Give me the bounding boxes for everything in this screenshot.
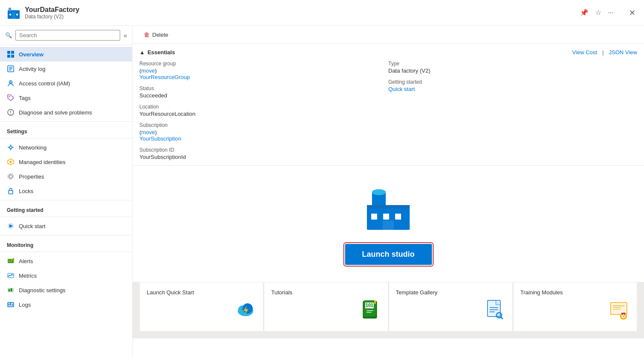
subscription-label-text: (move) bbox=[139, 129, 157, 135]
svg-rect-75 bbox=[611, 302, 627, 314]
svg-rect-63 bbox=[366, 310, 373, 311]
svg-rect-35 bbox=[13, 258, 14, 262]
svg-point-26 bbox=[10, 161, 12, 163]
sidebar-item-diagnostic-settings-label: Diagnostic settings bbox=[19, 287, 65, 293]
monitoring-section-header: Monitoring bbox=[0, 237, 132, 250]
sidebar-item-quick-start[interactable]: Quick start bbox=[0, 219, 132, 233]
sidebar-item-diagnostic-settings[interactable]: Diagnostic settings bbox=[0, 283, 132, 297]
diagnose-icon bbox=[7, 109, 15, 116]
svg-point-27 bbox=[9, 175, 12, 178]
app-subtitle: Data factory (V2) bbox=[25, 14, 578, 20]
delete-label: Delete bbox=[152, 32, 168, 38]
getting-started-field: Getting started Quick start bbox=[388, 79, 637, 92]
search-icon: 🔍 bbox=[5, 32, 12, 38]
resource-group-move-link[interactable]: move bbox=[141, 67, 155, 74]
svg-rect-1 bbox=[9, 8, 11, 11]
sidebar-item-quick-start-label: Quick start bbox=[19, 223, 45, 229]
subscription-value-link[interactable]: YourSubscription bbox=[139, 135, 181, 142]
sidebar-item-access-control[interactable]: Access control (IAM) bbox=[0, 76, 132, 91]
template-gallery-card[interactable]: Template Gallery bbox=[389, 282, 513, 332]
svg-rect-64 bbox=[366, 312, 372, 313]
launch-quick-start-card[interactable]: Launch Quick Start bbox=[139, 282, 263, 332]
svg-point-28 bbox=[8, 173, 14, 179]
json-view-button[interactable]: JSON View bbox=[609, 49, 637, 56]
svg-point-16 bbox=[9, 96, 10, 97]
diagnostic-settings-icon bbox=[7, 286, 15, 294]
svg-rect-50 bbox=[371, 214, 377, 220]
cards-section: Launch Quick Start bbox=[133, 282, 644, 338]
sidebar-item-networking-label: Networking bbox=[19, 144, 47, 151]
sidebar-item-properties[interactable]: Properties bbox=[0, 169, 132, 184]
pin-button[interactable]: 📌 bbox=[578, 7, 590, 18]
svg-rect-7 bbox=[11, 51, 14, 54]
subscription-move-link[interactable]: move bbox=[141, 129, 155, 135]
sidebar-collapse-button[interactable]: « bbox=[124, 32, 127, 39]
svg-rect-4 bbox=[16, 14, 18, 15]
launch-quick-start-icon bbox=[235, 299, 256, 324]
resource-group-label: Resource group bbox=[139, 61, 388, 67]
sidebar-item-overview-label: Overview bbox=[19, 51, 44, 58]
sidebar-item-logs[interactable]: Logs bbox=[0, 297, 132, 312]
status-label: Status bbox=[139, 85, 388, 91]
location-field: Location YourResourceLocation bbox=[139, 104, 388, 117]
svg-point-19 bbox=[10, 114, 11, 114]
quick-start-icon bbox=[7, 222, 15, 230]
sidebar-item-diagnose[interactable]: Diagnose and solve problems bbox=[0, 105, 132, 120]
sidebar-item-metrics-label: Metrics bbox=[19, 273, 37, 279]
subscription-id-label: Subscription ID bbox=[139, 147, 388, 153]
svg-rect-52 bbox=[395, 214, 401, 220]
sidebar-item-alerts[interactable]: Alerts bbox=[0, 254, 132, 268]
svg-rect-51 bbox=[383, 214, 389, 220]
quick-start-link[interactable]: Quick start bbox=[388, 86, 415, 92]
sidebar-item-managed-identities[interactable]: Managed identities bbox=[0, 155, 132, 169]
logs-icon bbox=[7, 301, 15, 308]
resource-group-field: Resource group (move) YourResourceGroup bbox=[139, 61, 388, 80]
metrics-icon bbox=[7, 272, 15, 279]
alerts-icon bbox=[7, 257, 15, 265]
sidebar-item-activity-log[interactable]: Activity log bbox=[0, 62, 132, 76]
sidebar-item-metrics[interactable]: Metrics bbox=[0, 268, 132, 283]
sidebar-item-overview[interactable]: Overview bbox=[0, 47, 132, 62]
resource-group-label-text: (move) bbox=[139, 67, 157, 74]
template-gallery-icon bbox=[484, 299, 505, 324]
resource-group-value-link[interactable]: YourResourceGroup bbox=[139, 74, 190, 80]
delete-icon: 🗑 bbox=[144, 31, 150, 38]
training-modules-card[interactable]: Training Modules bbox=[513, 282, 637, 332]
status-field: Status Succeeded bbox=[139, 85, 388, 99]
sidebar-item-tags[interactable]: Tags bbox=[0, 91, 132, 105]
sidebar-item-locks[interactable]: Locks bbox=[0, 184, 132, 198]
getting-started-section-header: Getting started bbox=[0, 202, 132, 215]
tutorials-card[interactable]: Tutorials 101 bbox=[264, 282, 388, 332]
tutorials-icon: 101 bbox=[360, 299, 381, 324]
delete-button[interactable]: 🗑 Delete bbox=[139, 29, 173, 40]
essentials-collapse-icon[interactable]: ▲ bbox=[139, 49, 145, 56]
close-button[interactable]: ✕ bbox=[627, 6, 637, 19]
managed-identities-icon bbox=[7, 158, 15, 166]
svg-text:101: 101 bbox=[365, 302, 373, 308]
sidebar-item-properties-label: Properties bbox=[19, 173, 44, 180]
sidebar-item-networking[interactable]: Networking bbox=[0, 140, 132, 155]
location-label: Location bbox=[139, 104, 388, 110]
template-gallery-title: Template Gallery bbox=[396, 289, 505, 296]
search-input[interactable] bbox=[15, 30, 120, 41]
favorite-button[interactable]: ☆ bbox=[594, 7, 603, 18]
sidebar-item-alerts-label: Alerts bbox=[19, 258, 33, 264]
svg-point-47 bbox=[372, 189, 386, 195]
essentials-title: ▲ Essentials bbox=[139, 49, 175, 56]
subscription-id-field: Subscription ID YourSubscriptionId bbox=[139, 147, 388, 160]
app-title: YourDataFactory bbox=[25, 6, 578, 14]
factory-icon bbox=[363, 183, 414, 235]
tags-icon bbox=[7, 94, 15, 102]
launch-studio-button[interactable]: Launch studio bbox=[345, 244, 432, 265]
more-button[interactable]: ··· bbox=[606, 7, 615, 18]
svg-rect-9 bbox=[11, 55, 14, 58]
svg-rect-49 bbox=[367, 205, 410, 208]
svg-rect-34 bbox=[11, 259, 12, 262]
networking-icon bbox=[7, 144, 15, 151]
properties-icon bbox=[7, 173, 15, 180]
svg-point-56 bbox=[242, 303, 253, 314]
svg-rect-8 bbox=[7, 55, 10, 58]
view-cost-button[interactable]: View Cost bbox=[572, 49, 597, 56]
tutorials-title: Tutorials bbox=[271, 289, 381, 296]
subscription-id-value: YourSubscriptionId bbox=[139, 154, 388, 160]
